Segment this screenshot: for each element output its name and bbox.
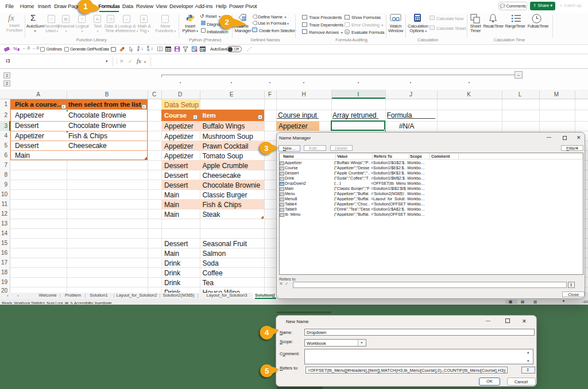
svg-text:2: 2	[225, 18, 229, 26]
svg-text:5: 5	[264, 366, 268, 375]
svg-text:3: 3	[264, 144, 268, 153]
svg-text:1: 1	[83, 2, 88, 11]
svg-text:4: 4	[264, 328, 269, 337]
